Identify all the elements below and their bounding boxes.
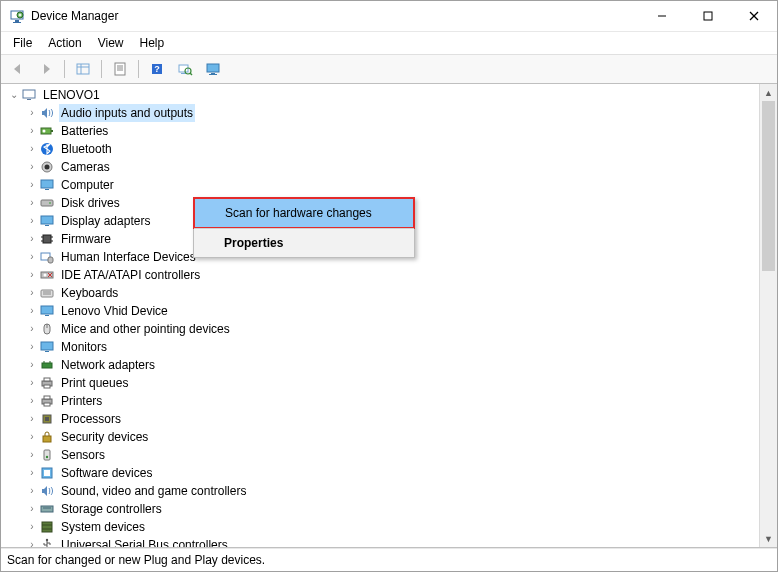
usb-icon (39, 537, 55, 547)
chevron-right-icon[interactable]: › (25, 158, 39, 176)
category-node[interactable]: ›Computer (25, 176, 759, 194)
chevron-right-icon[interactable]: › (25, 320, 39, 338)
category-node[interactable]: ›Bluetooth (25, 140, 759, 158)
chevron-right-icon[interactable]: › (25, 338, 39, 356)
category-node[interactable]: ›Cameras (25, 158, 759, 176)
chevron-right-icon[interactable]: › (25, 410, 39, 428)
window-title: Device Manager (31, 9, 639, 23)
svg-rect-36 (41, 200, 53, 206)
category-node[interactable]: ›Sensors (25, 446, 759, 464)
svg-rect-39 (45, 225, 49, 226)
chevron-right-icon[interactable]: › (25, 266, 39, 284)
scroll-up-icon[interactable]: ▲ (760, 84, 777, 101)
category-node[interactable]: ›Security devices (25, 428, 759, 446)
menu-file[interactable]: File (5, 34, 40, 52)
category-node[interactable]: ›System devices (25, 518, 759, 536)
chevron-right-icon[interactable]: › (25, 212, 39, 230)
category-label: Network adapters (59, 356, 157, 374)
vertical-scrollbar[interactable]: ▲ ▼ (759, 84, 777, 547)
chevron-right-icon[interactable]: › (25, 500, 39, 518)
category-label: Lenovo Vhid Device (59, 302, 170, 320)
category-label: Monitors (59, 338, 109, 356)
monitor-icon (39, 303, 55, 319)
printer-icon (39, 393, 55, 409)
chevron-right-icon[interactable]: › (25, 284, 39, 302)
svg-rect-34 (41, 180, 53, 188)
svg-point-48 (44, 274, 47, 277)
category-label: Mice and other pointing devices (59, 320, 232, 338)
monitor-button[interactable] (200, 57, 226, 81)
category-node[interactable]: ›Lenovo Vhid Device (25, 302, 759, 320)
chevron-right-icon[interactable]: › (25, 356, 39, 374)
context-properties[interactable]: Properties (194, 228, 414, 257)
chevron-right-icon[interactable]: › (25, 104, 39, 122)
category-node[interactable]: ›Software devices (25, 464, 759, 482)
expand-icon[interactable]: ⌄ (7, 86, 21, 104)
category-label: Keyboards (59, 284, 120, 302)
chevron-right-icon[interactable]: › (25, 482, 39, 500)
mouse-icon (39, 321, 55, 337)
maximize-button[interactable] (685, 1, 731, 31)
svg-rect-2 (13, 22, 21, 23)
chevron-right-icon[interactable]: › (25, 464, 39, 482)
chevron-right-icon[interactable]: › (25, 248, 39, 266)
context-scan-hardware[interactable]: Scan for hardware changes (193, 197, 415, 229)
category-node[interactable]: ›Batteries (25, 122, 759, 140)
category-node[interactable]: ›IDE ATA/ATAPI controllers (25, 266, 759, 284)
forward-button[interactable] (33, 57, 59, 81)
chevron-right-icon[interactable]: › (25, 230, 39, 248)
category-node[interactable]: ›Mice and other pointing devices (25, 320, 759, 338)
chevron-right-icon[interactable]: › (25, 302, 39, 320)
category-node[interactable]: ›Sound, video and game controllers (25, 482, 759, 500)
category-node[interactable]: ›Monitors (25, 338, 759, 356)
ide-icon (39, 267, 55, 283)
chevron-right-icon[interactable]: › (25, 122, 39, 140)
root-node[interactable]: ⌄ LENOVO1 (7, 86, 759, 104)
scroll-thumb[interactable] (762, 101, 775, 271)
svg-text:?: ? (154, 64, 160, 74)
network-icon (39, 357, 55, 373)
chevron-right-icon[interactable]: › (25, 428, 39, 446)
svg-rect-13 (115, 63, 125, 75)
device-manager-window: Device Manager File Action View Help ? ⌄… (0, 0, 778, 572)
chevron-right-icon[interactable]: › (25, 194, 39, 212)
help-button[interactable]: ? (144, 57, 170, 81)
svg-point-33 (45, 165, 50, 170)
chevron-right-icon[interactable]: › (25, 392, 39, 410)
menu-view[interactable]: View (90, 34, 132, 52)
category-node[interactable]: ›Processors (25, 410, 759, 428)
menu-action[interactable]: Action (40, 34, 89, 52)
minimize-button[interactable] (639, 1, 685, 31)
chevron-right-icon[interactable]: › (25, 446, 39, 464)
hid-icon (39, 249, 55, 265)
category-node[interactable]: ›Audio inputs and outputs (25, 104, 759, 122)
chevron-right-icon[interactable]: › (25, 374, 39, 392)
chevron-right-icon[interactable]: › (25, 140, 39, 158)
show-hide-tree-button[interactable] (70, 57, 96, 81)
close-button[interactable] (731, 1, 777, 31)
svg-rect-1 (15, 20, 19, 22)
toolbar-separator (138, 60, 139, 78)
category-node[interactable]: ›Print queues (25, 374, 759, 392)
category-node[interactable]: ›Network adapters (25, 356, 759, 374)
category-label: Display adapters (59, 212, 152, 230)
properties-button[interactable] (107, 57, 133, 81)
category-label: Audio inputs and outputs (59, 104, 195, 122)
back-button[interactable] (5, 57, 31, 81)
category-node[interactable]: ›Storage controllers (25, 500, 759, 518)
scroll-down-icon[interactable]: ▼ (760, 530, 777, 547)
device-tree[interactable]: ⌄ LENOVO1 ›Audio inputs and outputs›Batt… (1, 84, 759, 547)
chevron-right-icon[interactable]: › (25, 518, 39, 536)
menu-help[interactable]: Help (132, 34, 173, 52)
category-node[interactable]: ›Universal Serial Bus controllers (25, 536, 759, 547)
chevron-right-icon[interactable]: › (25, 176, 39, 194)
category-node[interactable]: ›Keyboards (25, 284, 759, 302)
battery-icon (39, 123, 55, 139)
scan-hardware-button[interactable] (172, 57, 198, 81)
root-label: LENOVO1 (41, 86, 102, 104)
computer-icon (21, 87, 37, 103)
category-node[interactable]: ›Printers (25, 392, 759, 410)
svg-rect-10 (77, 64, 89, 74)
keyboard-icon (39, 285, 55, 301)
chevron-right-icon[interactable]: › (25, 536, 39, 547)
